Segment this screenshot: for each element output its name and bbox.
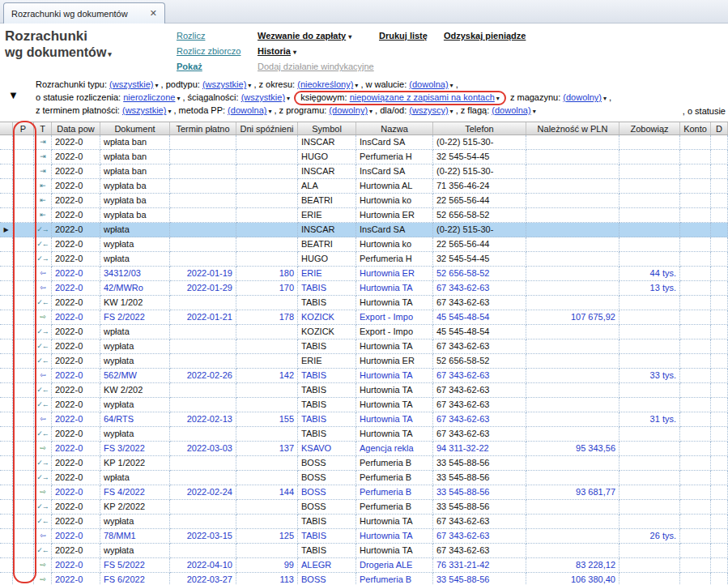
column-header-d[interactable]: D xyxy=(711,122,728,135)
cell-konto xyxy=(680,500,711,515)
table-row[interactable]: ⇤2022-0wypłata baBEATRIHurtownia ko22 56… xyxy=(0,194,728,208)
column-header-dok[interactable]: Dokument xyxy=(100,122,170,135)
filter-typ-value[interactable]: (wszystkie) xyxy=(109,79,153,89)
table-row[interactable]: ✓←2022-0wypłataTABISHurtownia TA67 343-6… xyxy=(0,339,728,354)
cell-data: 2022-0 xyxy=(52,442,100,456)
table-row[interactable]: ✓→2022-0wpłataKOZICKExport - Impo45 545-… xyxy=(0,325,728,339)
filter-dla-od-value[interactable]: (wszyscy) xyxy=(409,105,448,115)
action-link-odzyskaj-pieniadze[interactable]: Odzyskaj pieniądze xyxy=(444,31,526,41)
cell-termin xyxy=(170,339,236,354)
cash-in-icon: ✓→ xyxy=(34,223,52,237)
cell-d xyxy=(711,194,728,208)
table-row[interactable]: ⇨2022-0FS 5/20222022-04-1099ALEGRDrogeri… xyxy=(0,558,728,573)
filter-podtyp-value[interactable]: (wszystkie) xyxy=(202,79,246,89)
cell-zob xyxy=(619,573,680,585)
cash-out-icon: ✓← xyxy=(34,296,52,310)
cell-dok: KP 2/2022 xyxy=(100,500,170,515)
table-row[interactable]: ✓←2022-0KW 1/202TABISHurtownia TA67 343-… xyxy=(0,296,728,310)
table-row[interactable]: ✓←2022-0wypłataERIEHurtownia ER52 656-58… xyxy=(0,354,728,369)
cell-p xyxy=(13,208,34,223)
table-row[interactable]: ✓→2022-0wpłataBOSSPerfumeria B33 545-88-… xyxy=(0,471,728,485)
table-row[interactable]: ✓→2022-0KP 2/2022BOSSPerfumeria B33 545-… xyxy=(0,500,728,515)
column-header-dni[interactable]: Dni spóźnieni xyxy=(236,122,298,135)
cell-termin xyxy=(170,135,236,150)
column-header-konto[interactable]: Konto xyxy=(680,122,711,135)
cell-zob: 33 tys. xyxy=(619,369,680,383)
cell-symbol: INSCAR xyxy=(298,223,356,237)
table-row[interactable]: ⇥2022-0wpłata banINSCARInsCard SA(0-22) … xyxy=(0,164,728,179)
table-row[interactable]: ✓←2022-0wypłataTABISHurtownia TA67 343-6… xyxy=(0,544,728,558)
cell-nal xyxy=(526,208,619,223)
table-row[interactable]: ⇦2022-064/RTS2022-02-13155TABISHurtownia… xyxy=(0,412,728,427)
cash-out-icon: ✓← xyxy=(34,515,52,529)
action-link-rozlicz-zbiorczo[interactable]: Rozlicz zbiorczo xyxy=(177,46,241,56)
cell-symbol: TABIS xyxy=(298,339,356,354)
filter-sciagalnosc-value[interactable]: (wszystkie) xyxy=(241,92,285,102)
table-row[interactable]: ⇨2022-0FS 6/20222022-03-27113BOSSPerfume… xyxy=(0,573,728,585)
close-icon[interactable]: ✕ xyxy=(150,9,157,18)
table-row[interactable]: ⇦2022-0562/MW2022-02-26142TABISHurtownia… xyxy=(0,369,728,383)
column-header-nazwa[interactable]: Nazwa xyxy=(356,122,433,135)
cell-nazwa: Hurtownia ER xyxy=(356,267,433,281)
filter-separator: , xyxy=(358,79,365,89)
cell-data: 2022-0 xyxy=(52,529,100,544)
cell-dni: 125 xyxy=(236,529,298,544)
column-header-termin[interactable]: Termin płatno xyxy=(170,122,236,135)
table-row[interactable]: ⇥2022-0wpłata banHUGOPerfumeria H32 545-… xyxy=(0,150,728,164)
table-row[interactable]: ✓←2022-0wypłataTABISHurtownia TA67 343-6… xyxy=(0,515,728,529)
column-header-sel[interactable] xyxy=(0,122,13,135)
table-row[interactable]: ✓→2022-0KP 1/2022BOSSPerfumeria B33 545-… xyxy=(0,456,728,471)
cell-d xyxy=(711,223,728,237)
filter-magazyn-value[interactable]: (dowolny) xyxy=(563,92,602,102)
table-row[interactable]: ⇤2022-0wypłata baALAHurtownia AL71 356-4… xyxy=(0,179,728,194)
action-link-rozlicz[interactable]: Rozlicz xyxy=(177,31,241,41)
column-header-zob[interactable]: Zobowiąz xyxy=(619,122,680,135)
table-row[interactable]: ✓←2022-0wypłataTABISHurtownia TA67 343-6… xyxy=(0,398,728,412)
action-link-pokaz[interactable]: Pokaż xyxy=(177,62,241,71)
column-header-icon[interactable]: T xyxy=(34,122,52,135)
filter-metoda-pp-value[interactable]: (dowolna) xyxy=(228,105,266,115)
action-link-dodaj-dzialanie-windykacyjne[interactable]: Dodaj działanie windykacyjne xyxy=(258,62,374,71)
filters-collapse-button[interactable]: ▼ xyxy=(8,89,19,101)
table-row[interactable]: ⇦2022-078/MM12022-03-15125TABISHurtownia… xyxy=(0,529,728,544)
table-row[interactable]: ⇨2022-0FS 4/20222022-02-24144BOSSPerfume… xyxy=(0,485,728,500)
filter-flaga-value[interactable]: (dowolna) xyxy=(492,105,530,115)
column-header-nal[interactable]: Należność w PLN xyxy=(526,122,619,135)
table-row[interactable]: ⇥2022-0wpłata banINSCARInsCard SA(0-22) … xyxy=(0,135,728,150)
tab-rozrachunki[interactable]: Rozrachunki wg dokumentów ✕ xyxy=(3,2,165,23)
action-link-drukuj-liste[interactable]: Drukuj listę xyxy=(379,31,428,41)
action-link-historia[interactable]: Historia▾ xyxy=(258,46,374,56)
action-link-wezwanie-do-zaplaty[interactable]: Wezwanie do zapłaty▾ xyxy=(258,31,374,41)
table-row[interactable]: ⇤2022-0wypłata baERIEHurtownia ER52 656-… xyxy=(0,208,728,223)
filter-ksiegowym-value[interactable]: niepowiązane z zapisami na kontach xyxy=(350,92,495,102)
filter-waluta-value[interactable]: (dowolna) xyxy=(409,79,448,89)
table-row[interactable]: ⇦2022-034312/032022-01-19180ERIEHurtowni… xyxy=(0,267,728,281)
column-header-data[interactable]: Data pow xyxy=(52,122,100,135)
table-row[interactable]: ▶✓→2022-0wpłataINSCARInsCard SA(0-22) 51… xyxy=(0,223,728,237)
filter-termin-platnosci-value[interactable]: (wszystkie) xyxy=(122,105,166,115)
table-row[interactable]: ✓←2022-0wypłataBEATRIHurtownia ko22 565-… xyxy=(0,237,728,252)
filter-typ: Rozrachunki typu: (wszystkie)▾ xyxy=(36,79,159,92)
page-title[interactable]: Rozrachunki wg dokumentów▾ xyxy=(5,28,112,62)
table-row[interactable]: ✓←2022-0KW 2/202TABISHurtownia TA67 343-… xyxy=(0,383,728,398)
cell-nal xyxy=(526,339,619,354)
table-row[interactable]: ⇨2022-0FS 3/20222022-03-03137KSAVOAgencj… xyxy=(0,442,728,456)
filter-status-rozliczenia-value[interactable]: nierozliczone xyxy=(123,92,175,102)
cell-nazwa: Perfumeria H xyxy=(356,252,433,267)
filter-program-value[interactable]: (dowolny) xyxy=(329,105,368,115)
cell-p xyxy=(13,544,34,558)
table-row[interactable]: ✓←2022-0wypłataTABISHurtownia TA67 343-6… xyxy=(0,427,728,442)
cell-tel: 33 545-88-56 xyxy=(433,573,526,585)
cell-dok: wypłata ba xyxy=(100,194,170,208)
page-title-line2: wg dokumentów xyxy=(5,45,106,59)
cash-out-icon: ✓← xyxy=(34,383,52,398)
column-header-tel[interactable]: Telefon xyxy=(433,122,526,135)
cell-dok: KW 2/202 xyxy=(100,383,170,398)
table-row[interactable]: ⇦2022-042/MWRo2022-01-29170TABISHurtowni… xyxy=(0,281,728,296)
row-selector xyxy=(0,281,13,296)
column-header-symbol[interactable]: Symbol xyxy=(298,122,356,135)
column-header-p[interactable]: P xyxy=(13,122,34,135)
table-row[interactable]: ✓→2022-0wpłataHUGOPerfumeria H32 545-54-… xyxy=(0,252,728,267)
table-row[interactable]: ⇨2022-0FS 2/20222022-01-21178KOZICKExpor… xyxy=(0,310,728,325)
filter-okres-value[interactable]: (nieokreślony) xyxy=(297,79,353,89)
